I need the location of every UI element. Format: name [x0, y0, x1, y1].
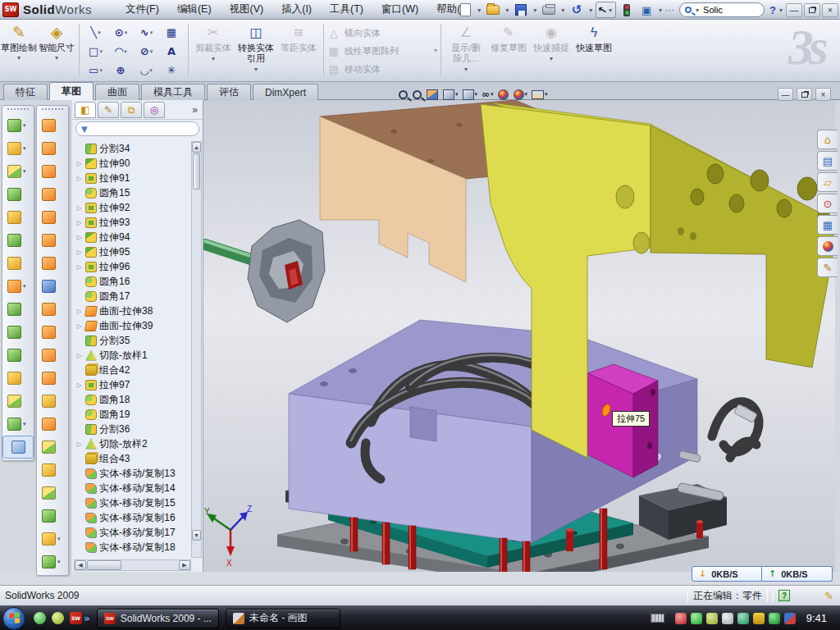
sketch-entity-button[interactable]: ∿ ▾	[134, 23, 159, 42]
ribbon-big-button[interactable]: ✎ 草图绘制 ▾	[0, 22, 38, 62]
feature-tool-button[interactable]	[2, 206, 34, 229]
feature-tool-button[interactable]	[37, 229, 68, 252]
save-button[interactable]	[512, 2, 530, 18]
feature-tree-item[interactable]: ▷ 切除-放样2	[74, 436, 192, 451]
feature-tool-button[interactable]: ▾	[37, 550, 68, 573]
quick-launch-more-button[interactable]: »	[84, 613, 90, 624]
solidworks-icon[interactable]: SW	[70, 612, 82, 624]
minimize-button[interactable]: —	[786, 3, 802, 17]
appearances-tab[interactable]	[817, 236, 838, 256]
apply-scene-icon[interactable]: ▾	[514, 89, 528, 100]
feature-tool-button[interactable]	[2, 390, 34, 413]
tree-vertical-scrollbar[interactable]: ▲ ▼	[191, 141, 202, 558]
feature-tree-item[interactable]: ▷ 拉伸95	[74, 244, 192, 259]
feature-tool-button[interactable]: ▾	[37, 527, 68, 550]
search-input[interactable]	[703, 5, 752, 15]
feature-tree-item[interactable]: 圆角18	[74, 392, 192, 407]
zoom-to-area-icon[interactable]	[413, 90, 422, 99]
ribbon-button[interactable]: ✂ 剪裁实体 ▾	[192, 25, 235, 73]
zoom-to-fit-icon[interactable]	[399, 90, 409, 99]
feature-tree-item[interactable]: 分割34	[74, 141, 192, 156]
open-button[interactable]	[484, 2, 502, 18]
command-tab[interactable]: 曲面	[95, 84, 139, 100]
feature-tree-item[interactable]: 圆角16	[74, 274, 192, 289]
media-icon[interactable]	[52, 612, 64, 624]
feature-tree-item[interactable]: ▷ 曲面-拉伸39	[74, 318, 192, 333]
feature-tree-item[interactable]: 实体-移动/复制16	[74, 510, 192, 525]
search-tab[interactable]: ⊙	[817, 194, 838, 213]
print-button[interactable]	[540, 2, 558, 18]
feature-tool-button[interactable]	[37, 160, 68, 183]
menu-item[interactable]: 编辑(E)	[168, 0, 221, 19]
scroll-left-button[interactable]: ◀	[75, 560, 86, 570]
menu-item[interactable]: 窗口(W)	[372, 0, 427, 19]
feature-tool-button[interactable]	[37, 459, 68, 482]
close-button[interactable]: ×	[822, 3, 838, 17]
measure-tool-button-pressed[interactable]	[2, 436, 34, 459]
sketch-entity-button[interactable]: A	[159, 42, 185, 61]
edit-appearance-icon[interactable]	[498, 89, 509, 100]
antivirus-icon[interactable]	[675, 613, 687, 624]
feature-tool-button[interactable]	[37, 390, 68, 413]
toolbar-grip[interactable]	[7, 108, 29, 112]
solidworks-resources-tab[interactable]: ⌂	[817, 130, 838, 149]
scroll-up-button[interactable]: ▲	[192, 142, 201, 153]
command-tab[interactable]: 特征	[3, 84, 48, 100]
alert-icon[interactable]	[753, 613, 765, 624]
tree-filter-input[interactable]: ▼	[75, 121, 199, 136]
doc-minimize-button[interactable]: —	[778, 88, 793, 101]
feature-tree-item[interactable]: ▷ 拉伸93	[74, 215, 192, 230]
dimxpertmanager-tab[interactable]: ◎	[144, 102, 165, 118]
feature-tool-button[interactable]	[2, 367, 34, 390]
feature-tree-item[interactable]: ▷ 曲面-拉伸38	[74, 304, 192, 318]
file-explorer-tab[interactable]: ▱	[817, 172, 838, 192]
feature-tool-button[interactable]: ▾	[2, 114, 34, 137]
feature-tree-item[interactable]: 圆角19	[74, 407, 192, 422]
shield-plus-icon[interactable]	[769, 613, 780, 624]
sketch-entity-button[interactable]: ▭ ▾	[83, 61, 108, 80]
taskbar-clock[interactable]: 9:41	[800, 612, 833, 624]
feature-tree-item[interactable]: 实体-移动/复制17	[74, 525, 192, 540]
menu-item[interactable]: 视图(V)	[221, 0, 273, 19]
feature-tree-item[interactable]: ▷ 拉伸91	[74, 171, 192, 185]
feature-tool-button[interactable]	[37, 482, 68, 504]
feature-tree-item[interactable]: 组合43	[74, 451, 192, 466]
feature-tool-button[interactable]: ▾	[2, 160, 34, 183]
feature-tree-item[interactable]: ▷ 拉伸96	[74, 259, 192, 274]
ribbon-button[interactable]: ϟ 快速草图	[573, 25, 615, 73]
command-tab[interactable]: 模具工具	[141, 84, 205, 100]
feature-tool-button[interactable]	[2, 229, 34, 252]
ribbon-row-button[interactable]: △ 镜向实体	[327, 24, 432, 42]
featuremanager-tab[interactable]: ◧	[75, 102, 96, 118]
ribbon-button[interactable]: ◉ 快速捕捉 ▾	[530, 25, 573, 73]
feature-tool-button[interactable]	[2, 252, 34, 275]
feature-tool-button[interactable]: ▾	[2, 275, 34, 298]
pin-icon[interactable]: ➴	[448, 7, 454, 14]
feature-tree-item[interactable]: ▷ 拉伸94	[74, 230, 192, 244]
command-tab[interactable]: 评估	[207, 84, 251, 100]
ribbon-button[interactable]: ✎ 修复草图	[487, 25, 530, 73]
options-button[interactable]: ▣	[637, 2, 655, 18]
feature-tool-button[interactable]	[2, 344, 34, 367]
feature-tool-button[interactable]	[37, 275, 68, 298]
network-icon[interactable]	[737, 613, 749, 624]
sketch-entity-button[interactable]: ◡ ▾	[134, 61, 159, 80]
view-palette-tab[interactable]: ▦	[817, 215, 838, 235]
custom-properties-tab[interactable]: ✎	[817, 258, 838, 277]
ribbon-row-button[interactable]: ▤ 移动实体	[327, 60, 432, 78]
feature-tool-button[interactable]	[2, 298, 34, 321]
view-settings-icon[interactable]: ▾	[532, 90, 548, 99]
feature-tree-item[interactable]: 分割35	[74, 333, 192, 348]
scroll-down-button[interactable]: ▼	[192, 530, 201, 541]
volume-icon[interactable]	[722, 613, 733, 624]
view-orientation-icon[interactable]: ▾	[463, 89, 478, 100]
feature-tool-button[interactable]	[37, 298, 68, 321]
propertymanager-tab[interactable]: ✎	[98, 102, 119, 118]
ribbon-button[interactable]: ≋ 等距实体	[277, 25, 320, 73]
sketch-entity-button[interactable]: ⊕	[108, 61, 134, 80]
feature-tree-item[interactable]: 实体-移动/复制14	[74, 481, 192, 495]
display-style-icon[interactable]: ▾	[443, 89, 459, 100]
taskbar-button-solidworks[interactable]: SW SolidWorks 2009 - ...	[97, 609, 219, 628]
scroll-thumb[interactable]	[87, 560, 121, 570]
feature-tool-button[interactable]	[37, 137, 68, 160]
